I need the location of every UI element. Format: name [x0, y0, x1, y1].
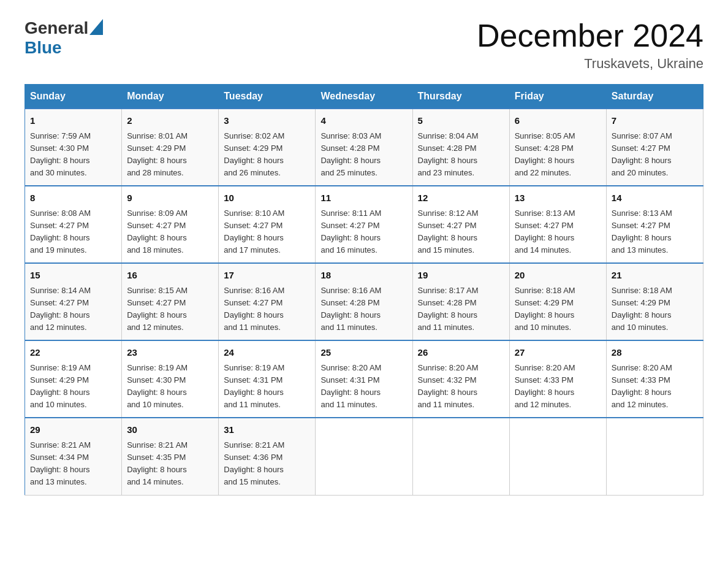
day-info: Sunrise: 8:05 AM Sunset: 4:28 PM Dayligh… — [515, 130, 601, 180]
day-number: 28 — [612, 346, 698, 360]
day-number: 25 — [320, 346, 407, 360]
page-header: General Blue December 2024 Truskavets, U… — [25, 18, 703, 72]
day-info: Sunrise: 8:18 AM Sunset: 4:29 PM Dayligh… — [515, 285, 601, 334]
day-number: 16 — [127, 269, 213, 283]
day-number: 15 — [30, 269, 116, 283]
logo-triangle-icon — [89, 19, 103, 35]
week-row-1: 1Sunrise: 7:59 AM Sunset: 4:30 PM Daylig… — [25, 109, 703, 186]
day-info: Sunrise: 8:17 AM Sunset: 4:28 PM Dayligh… — [418, 285, 504, 334]
day-cell: 1Sunrise: 7:59 AM Sunset: 4:30 PM Daylig… — [25, 109, 122, 186]
title-block: December 2024 Truskavets, Ukraine — [477, 18, 703, 72]
day-info: Sunrise: 8:16 AM Sunset: 4:27 PM Dayligh… — [224, 285, 310, 334]
day-number: 14 — [612, 191, 698, 205]
day-info: Sunrise: 8:19 AM Sunset: 4:29 PM Dayligh… — [30, 362, 116, 412]
day-number: 3 — [224, 114, 310, 128]
day-cell: 30Sunrise: 8:21 AM Sunset: 4:35 PM Dayli… — [122, 418, 219, 495]
day-cell — [316, 418, 412, 495]
day-cell: 23Sunrise: 8:19 AM Sunset: 4:30 PM Dayli… — [122, 340, 219, 418]
svg-marker-0 — [89, 19, 103, 35]
day-info: Sunrise: 8:07 AM Sunset: 4:27 PM Dayligh… — [612, 130, 698, 180]
day-cell: 21Sunrise: 8:18 AM Sunset: 4:29 PM Dayli… — [606, 263, 703, 340]
day-cell: 29Sunrise: 8:21 AM Sunset: 4:34 PM Dayli… — [25, 418, 122, 495]
day-info: Sunrise: 8:08 AM Sunset: 4:27 PM Dayligh… — [30, 207, 116, 257]
day-info: Sunrise: 8:20 AM Sunset: 4:33 PM Dayligh… — [612, 362, 698, 412]
day-cell: 13Sunrise: 8:13 AM Sunset: 4:27 PM Dayli… — [509, 186, 606, 263]
day-info: Sunrise: 8:01 AM Sunset: 4:29 PM Dayligh… — [127, 130, 213, 180]
day-cell: 15Sunrise: 8:14 AM Sunset: 4:27 PM Dayli… — [25, 263, 122, 340]
day-info: Sunrise: 8:12 AM Sunset: 4:27 PM Dayligh… — [418, 207, 504, 257]
day-number: 17 — [224, 269, 310, 283]
day-cell: 18Sunrise: 8:16 AM Sunset: 4:28 PM Dayli… — [316, 263, 412, 340]
day-info: Sunrise: 8:21 AM Sunset: 4:35 PM Dayligh… — [127, 439, 213, 489]
day-info: Sunrise: 8:20 AM Sunset: 4:31 PM Dayligh… — [320, 362, 407, 412]
day-cell — [509, 418, 606, 495]
day-number: 5 — [418, 114, 504, 128]
day-number: 26 — [418, 346, 504, 360]
day-number: 18 — [320, 269, 407, 283]
logo: General Blue — [25, 18, 103, 58]
day-number: 19 — [418, 269, 504, 283]
week-row-4: 22Sunrise: 8:19 AM Sunset: 4:29 PM Dayli… — [25, 340, 703, 418]
day-number: 21 — [612, 269, 698, 283]
week-row-5: 29Sunrise: 8:21 AM Sunset: 4:34 PM Dayli… — [25, 418, 703, 495]
header-tuesday: Tuesday — [219, 85, 316, 109]
day-info: Sunrise: 8:19 AM Sunset: 4:30 PM Dayligh… — [127, 362, 213, 412]
day-number: 22 — [30, 346, 116, 360]
day-cell: 20Sunrise: 8:18 AM Sunset: 4:29 PM Dayli… — [509, 263, 606, 340]
day-cell: 28Sunrise: 8:20 AM Sunset: 4:33 PM Dayli… — [606, 340, 703, 418]
header-thursday: Thursday — [412, 85, 509, 109]
day-cell: 24Sunrise: 8:19 AM Sunset: 4:31 PM Dayli… — [219, 340, 316, 418]
day-info: Sunrise: 8:20 AM Sunset: 4:33 PM Dayligh… — [515, 362, 601, 412]
day-cell: 19Sunrise: 8:17 AM Sunset: 4:28 PM Dayli… — [412, 263, 509, 340]
day-info: Sunrise: 8:04 AM Sunset: 4:28 PM Dayligh… — [418, 130, 504, 180]
day-cell: 14Sunrise: 8:13 AM Sunset: 4:27 PM Dayli… — [606, 186, 703, 263]
week-row-2: 8Sunrise: 8:08 AM Sunset: 4:27 PM Daylig… — [25, 186, 703, 263]
day-cell: 2Sunrise: 8:01 AM Sunset: 4:29 PM Daylig… — [122, 109, 219, 186]
day-info: Sunrise: 8:16 AM Sunset: 4:28 PM Dayligh… — [320, 285, 407, 334]
day-number: 6 — [515, 114, 601, 128]
day-number: 7 — [612, 114, 698, 128]
day-info: Sunrise: 8:14 AM Sunset: 4:27 PM Dayligh… — [30, 285, 116, 334]
day-number: 12 — [418, 191, 504, 205]
day-number: 31 — [224, 423, 310, 437]
day-cell: 7Sunrise: 8:07 AM Sunset: 4:27 PM Daylig… — [606, 109, 703, 186]
calendar-table: SundayMondayTuesdayWednesdayThursdayFrid… — [25, 84, 703, 495]
day-cell: 10Sunrise: 8:10 AM Sunset: 4:27 PM Dayli… — [219, 186, 316, 263]
day-cell: 3Sunrise: 8:02 AM Sunset: 4:29 PM Daylig… — [219, 109, 316, 186]
day-info: Sunrise: 8:21 AM Sunset: 4:36 PM Dayligh… — [224, 439, 310, 489]
week-row-3: 15Sunrise: 8:14 AM Sunset: 4:27 PM Dayli… — [25, 263, 703, 340]
day-cell: 26Sunrise: 8:20 AM Sunset: 4:32 PM Dayli… — [412, 340, 509, 418]
day-number: 24 — [224, 346, 310, 360]
day-number: 2 — [127, 114, 213, 128]
day-info: Sunrise: 8:21 AM Sunset: 4:34 PM Dayligh… — [30, 439, 116, 489]
header-sunday: Sunday — [25, 85, 122, 109]
day-cell: 5Sunrise: 8:04 AM Sunset: 4:28 PM Daylig… — [412, 109, 509, 186]
day-number: 30 — [127, 423, 213, 437]
calendar-header: SundayMondayTuesdayWednesdayThursdayFrid… — [25, 85, 703, 109]
day-cell: 6Sunrise: 8:05 AM Sunset: 4:28 PM Daylig… — [509, 109, 606, 186]
day-number: 27 — [515, 346, 601, 360]
day-info: Sunrise: 8:13 AM Sunset: 4:27 PM Dayligh… — [612, 207, 698, 257]
header-friday: Friday — [509, 85, 606, 109]
day-cell: 16Sunrise: 8:15 AM Sunset: 4:27 PM Dayli… — [122, 263, 219, 340]
day-number: 1 — [30, 114, 116, 128]
calendar-body: 1Sunrise: 7:59 AM Sunset: 4:30 PM Daylig… — [25, 109, 703, 495]
day-cell: 17Sunrise: 8:16 AM Sunset: 4:27 PM Dayli… — [219, 263, 316, 340]
day-number: 4 — [320, 114, 407, 128]
header-wednesday: Wednesday — [316, 85, 412, 109]
day-info: Sunrise: 8:10 AM Sunset: 4:27 PM Dayligh… — [224, 207, 310, 257]
day-number: 10 — [224, 191, 310, 205]
day-number: 9 — [127, 191, 213, 205]
header-monday: Monday — [122, 85, 219, 109]
day-cell — [606, 418, 703, 495]
day-number: 23 — [127, 346, 213, 360]
day-cell: 8Sunrise: 8:08 AM Sunset: 4:27 PM Daylig… — [25, 186, 122, 263]
day-number: 13 — [515, 191, 601, 205]
day-number: 20 — [515, 269, 601, 283]
day-info: Sunrise: 8:15 AM Sunset: 4:27 PM Dayligh… — [127, 285, 213, 334]
header-saturday: Saturday — [606, 85, 703, 109]
day-info: Sunrise: 8:13 AM Sunset: 4:27 PM Dayligh… — [515, 207, 601, 257]
day-info: Sunrise: 8:03 AM Sunset: 4:28 PM Dayligh… — [320, 130, 407, 180]
day-info: Sunrise: 8:11 AM Sunset: 4:27 PM Dayligh… — [320, 207, 407, 257]
day-cell: 12Sunrise: 8:12 AM Sunset: 4:27 PM Dayli… — [412, 186, 509, 263]
